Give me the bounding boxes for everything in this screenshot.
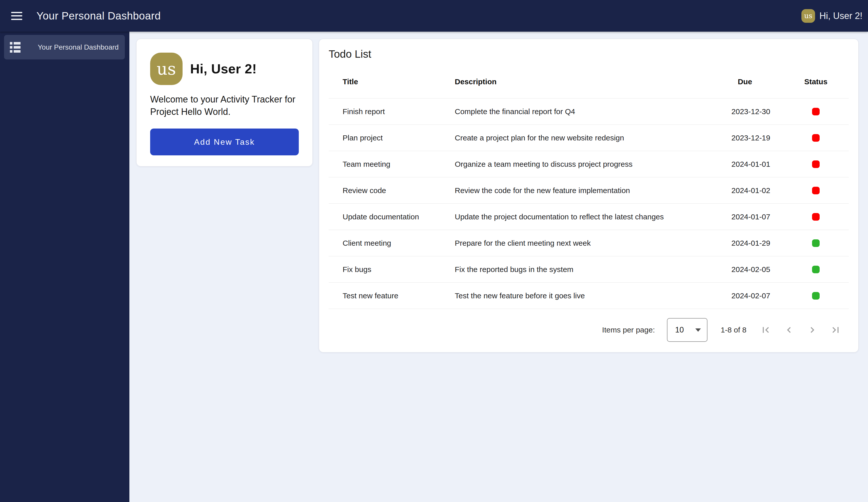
app-title: Your Personal Dashboard bbox=[37, 10, 161, 22]
user-avatar-large: us bbox=[150, 53, 183, 85]
cell-description: Update the project documentation to refl… bbox=[455, 212, 704, 221]
todo-list-title: Todo List bbox=[329, 48, 849, 60]
status-chip bbox=[812, 292, 820, 300]
welcome-card: us Hi, User 2! Welcome to your Activity … bbox=[136, 39, 313, 167]
top-navbar: Your Personal Dashboard us Hi, User 2! bbox=[0, 0, 868, 32]
user-menu[interactable]: us Hi, User 2! bbox=[802, 9, 862, 23]
table-row: Finish reportComplete the financial repo… bbox=[329, 98, 849, 125]
cell-status bbox=[785, 266, 846, 273]
next-page-button[interactable] bbox=[800, 318, 824, 342]
cell-status bbox=[785, 213, 846, 221]
cell-status bbox=[785, 108, 846, 115]
table-row: Client meetingPrepare for the client mee… bbox=[329, 230, 849, 256]
items-per-page-label: Items per page: bbox=[602, 326, 655, 334]
user-avatar: us bbox=[802, 9, 815, 23]
previous-page-icon bbox=[783, 324, 795, 336]
cell-title: Update documentation bbox=[343, 212, 455, 221]
next-page-icon bbox=[806, 324, 818, 336]
cell-due: 2023-12-30 bbox=[704, 107, 785, 116]
cell-status bbox=[785, 239, 846, 247]
cell-description: Complete the financial report for Q4 bbox=[455, 107, 704, 116]
cell-status bbox=[785, 292, 846, 300]
status-chip bbox=[812, 108, 820, 115]
cell-due: 2024-01-01 bbox=[704, 160, 785, 168]
sidebar: Your Personal Dashboard bbox=[0, 32, 130, 502]
paginator-buttons bbox=[754, 318, 847, 342]
status-chip bbox=[812, 266, 820, 273]
add-new-task-button[interactable]: Add New Task bbox=[150, 128, 299, 155]
column-header-due: Due bbox=[704, 77, 785, 86]
table-row: Fix bugsFix the reported bugs in the sys… bbox=[329, 256, 849, 283]
cell-description: Fix the reported bugs in the system bbox=[455, 265, 704, 274]
cell-status bbox=[785, 187, 846, 194]
sidebar-item-dashboard[interactable]: Your Personal Dashboard bbox=[4, 35, 125, 60]
cell-due: 2024-01-07 bbox=[704, 212, 785, 221]
table-row: Plan projectCreate a project plan for th… bbox=[329, 125, 849, 151]
table-row: Review codeReview the code for the new f… bbox=[329, 177, 849, 204]
cell-status bbox=[785, 160, 846, 168]
cell-due: 2024-01-02 bbox=[704, 186, 785, 195]
cell-due: 2024-01-29 bbox=[704, 239, 785, 248]
previous-page-button[interactable] bbox=[777, 318, 800, 342]
last-page-icon bbox=[830, 324, 841, 336]
list-icon bbox=[10, 42, 21, 53]
status-chip bbox=[812, 239, 820, 247]
page-size-select[interactable]: 10 bbox=[667, 318, 707, 342]
avatar-initials: us bbox=[804, 12, 812, 20]
cell-due: 2023-12-19 bbox=[704, 134, 785, 142]
column-header-title: Title bbox=[343, 77, 455, 86]
cell-title: Review code bbox=[343, 186, 455, 195]
cell-status bbox=[785, 134, 846, 142]
status-chip bbox=[812, 134, 820, 142]
cell-title: Finish report bbox=[343, 107, 455, 116]
column-header-description: Description bbox=[455, 77, 704, 86]
status-chip bbox=[812, 213, 820, 221]
first-page-button[interactable] bbox=[754, 318, 777, 342]
sidebar-item-label: Your Personal Dashboard bbox=[38, 43, 119, 51]
dropdown-caret-icon bbox=[695, 328, 701, 332]
cell-title: Fix bugs bbox=[343, 265, 455, 274]
cell-title: Test new feature bbox=[343, 292, 455, 300]
table-row: Team meetingOrganize a team meeting to d… bbox=[329, 151, 849, 177]
menu-icon[interactable] bbox=[11, 12, 22, 20]
table-row: Update documentationUpdate the project d… bbox=[329, 204, 849, 230]
cell-title: Client meeting bbox=[343, 239, 455, 248]
table-row: Test new featureTest the new feature bef… bbox=[329, 283, 849, 309]
last-page-button[interactable] bbox=[824, 318, 847, 342]
cell-due: 2024-02-07 bbox=[704, 292, 785, 300]
first-page-icon bbox=[760, 324, 772, 336]
cell-description: Test the new feature before it goes live bbox=[455, 292, 704, 300]
user-greeting: Hi, User 2! bbox=[819, 11, 862, 21]
page-size-value: 10 bbox=[675, 325, 684, 335]
status-chip bbox=[812, 160, 820, 168]
cell-description: Prepare for the client meeting next week bbox=[455, 239, 704, 248]
cell-title: Plan project bbox=[343, 134, 455, 142]
welcome-message: Welcome to your Activity Tracker for Pro… bbox=[150, 93, 299, 118]
page-range-label: 1-8 of 8 bbox=[721, 326, 746, 334]
avatar-initials: us bbox=[157, 59, 176, 79]
column-header-status: Status bbox=[785, 77, 846, 86]
table-body: Finish reportComplete the financial repo… bbox=[329, 98, 849, 309]
cell-due: 2024-02-05 bbox=[704, 265, 785, 274]
greeting-heading: Hi, User 2! bbox=[190, 61, 257, 76]
cell-description: Create a project plan for the new websit… bbox=[455, 134, 704, 142]
todo-list-card: Todo List Title Description Due Status F… bbox=[319, 39, 859, 353]
cell-title: Team meeting bbox=[343, 160, 455, 168]
cell-description: Review the code for the new feature impl… bbox=[455, 186, 704, 195]
welcome-header: us Hi, User 2! bbox=[150, 53, 299, 85]
status-chip bbox=[812, 187, 820, 194]
paginator: Items per page: 10 1-8 of 8 bbox=[329, 311, 849, 349]
main-content: us Hi, User 2! Welcome to your Activity … bbox=[130, 32, 868, 502]
cell-description: Organize a team meeting to discuss proje… bbox=[455, 160, 704, 168]
table-header-row: Title Description Due Status bbox=[329, 65, 849, 98]
